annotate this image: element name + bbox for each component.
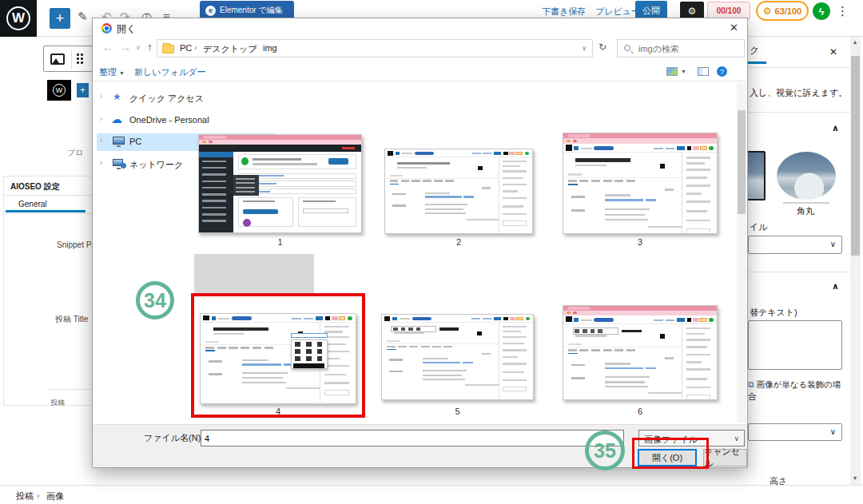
file-list-scrollbar[interactable] bbox=[737, 83, 746, 423]
forward-icon[interactable]: → bbox=[120, 41, 131, 54]
folder-icon bbox=[162, 45, 174, 54]
address-bar[interactable]: PC › デスクトップ › img ∨ bbox=[157, 39, 593, 58]
image-block-toolbar bbox=[43, 46, 93, 72]
tab-general[interactable]: General bbox=[18, 200, 47, 208]
address-chevron-icon[interactable]: ∨ bbox=[582, 45, 587, 52]
path-desktop[interactable]: デスクトップ bbox=[203, 43, 257, 55]
alt-help-text-2: 合 bbox=[748, 391, 757, 403]
filename-label: ファイル名(N): bbox=[144, 432, 203, 444]
gear-icon: ⚙ bbox=[688, 6, 697, 17]
default-style-select[interactable]: ∨ bbox=[748, 236, 842, 254]
snippet-preview-label: Snippet Pre bbox=[57, 240, 92, 249]
filetype-chevron-icon: ∨ bbox=[734, 435, 739, 442]
file-item-6[interactable] bbox=[563, 305, 718, 400]
file-thumbnail bbox=[384, 149, 533, 234]
dialog-close-icon[interactable]: ✕ bbox=[730, 22, 738, 34]
file-label-6: 6 bbox=[563, 407, 718, 416]
aioseo-settings-panel: AIOSEO 設定 General Snippet Pre 投稿 Title 投… bbox=[3, 176, 93, 406]
organize-menu[interactable]: 整理 ▼ bbox=[99, 66, 125, 78]
filename-input[interactable] bbox=[201, 430, 624, 446]
styles-section-chevron-icon[interactable]: ∧ bbox=[832, 123, 839, 133]
path-img[interactable]: img bbox=[263, 43, 277, 53]
expand-chevron-icon[interactable]: › bbox=[100, 92, 102, 101]
wordpress-logo-icon[interactable]: W bbox=[0, 0, 37, 37]
file-item-2[interactable] bbox=[384, 149, 533, 234]
dialog-titlebar[interactable]: 開く ✕ bbox=[93, 18, 747, 38]
search-box[interactable] bbox=[617, 39, 745, 58]
view-chevron-icon[interactable]: ▼ bbox=[681, 69, 686, 74]
file-thumbnail bbox=[563, 133, 718, 234]
tab-block-fragment[interactable]: ク bbox=[750, 44, 759, 58]
settings-section-chevron-icon[interactable]: ∧ bbox=[832, 281, 839, 292]
sidebar-close-icon[interactable]: ✕ bbox=[829, 46, 837, 58]
file-item-1[interactable] bbox=[198, 134, 362, 233]
style-rounded-preview[interactable] bbox=[777, 152, 836, 200]
scroll-down-icon[interactable]: ▼ bbox=[853, 475, 858, 481]
dialog-title: 開く bbox=[117, 22, 136, 36]
chrome-icon bbox=[101, 23, 112, 34]
options-kebab-icon[interactable]: ⋮ bbox=[837, 4, 849, 18]
search-icon bbox=[624, 45, 630, 51]
new-folder-button[interactable]: 新しいフォルダー bbox=[134, 66, 206, 78]
help-icon[interactable]: ? bbox=[717, 66, 727, 77]
view-thumbnails-icon[interactable] bbox=[666, 67, 678, 76]
file-thumbnail bbox=[563, 305, 718, 400]
style-select-label-fragment: イル bbox=[750, 221, 768, 233]
path-pc[interactable]: PC bbox=[180, 43, 192, 53]
block-inserter-button[interactable]: + bbox=[50, 8, 70, 29]
image-block-icon[interactable] bbox=[50, 54, 65, 65]
resolution-select[interactable]: ∨ bbox=[748, 423, 842, 441]
file-label-1: 1 bbox=[198, 237, 362, 247]
search-input[interactable] bbox=[637, 41, 741, 56]
aioseo-panel-title: AIOSEO 設定 bbox=[10, 181, 60, 192]
sidebar-item-onedrive[interactable]: › ☁ OneDrive - Personal bbox=[97, 112, 276, 129]
pc-monitor-icon bbox=[113, 137, 125, 145]
refresh-icon[interactable]: ↻ bbox=[599, 42, 606, 53]
cancel-button[interactable]: キャンセル bbox=[703, 449, 747, 466]
expand-chevron-icon[interactable]: › bbox=[100, 114, 102, 123]
post-title-label: 投稿 Title bbox=[55, 314, 92, 325]
content-screenshot-plus: + bbox=[77, 83, 89, 97]
headline-gear-icon: ⚙ bbox=[763, 6, 772, 17]
headline-score-badge[interactable]: ⚙63/100 bbox=[756, 1, 809, 21]
nav-history-chevron-icon[interactable]: ∨ bbox=[136, 44, 141, 51]
up-icon[interactable]: ↑ bbox=[147, 41, 153, 54]
expand-chevron-icon[interactable]: › bbox=[100, 136, 102, 145]
annotation-step-34: 34 bbox=[136, 281, 174, 319]
jetpack-boost-icon[interactable]: ϟ bbox=[813, 2, 830, 20]
file-label-3: 3 bbox=[563, 237, 718, 247]
file-list-scrollbar-thumb[interactable] bbox=[738, 110, 746, 214]
alt-text-label-fragment: 替テキスト) bbox=[750, 307, 797, 319]
annotation-step-35: 35 bbox=[585, 431, 625, 470]
edit-mode-icon[interactable]: ✎ bbox=[78, 10, 88, 24]
back-icon[interactable]: ← bbox=[102, 41, 113, 54]
file-label-5: 5 bbox=[381, 407, 534, 416]
file-item-3[interactable] bbox=[563, 133, 718, 234]
sidebar-item-quick-access[interactable]: › ★ クイック アクセス bbox=[97, 89, 276, 107]
screen: W + ✎ ↶ ↷ ◷ ≡ eElementor で編集 下書き保存 プレビュー… bbox=[0, 0, 863, 504]
breadcrumb-post[interactable]: 投稿 bbox=[16, 490, 34, 502]
expand-chevron-icon[interactable]: › bbox=[100, 158, 102, 167]
alt-text-textarea[interactable] bbox=[748, 320, 842, 370]
path-sep-icon: › bbox=[254, 43, 257, 52]
file-item-5[interactable] bbox=[381, 314, 534, 400]
page-scrollbar-thumb[interactable] bbox=[851, 56, 860, 256]
post-fragment-label: 投稿 bbox=[50, 398, 65, 408]
active-tab-underline bbox=[6, 210, 86, 212]
block-text-fragment: プロ bbox=[67, 147, 83, 158]
style-rounded-label: 角丸 bbox=[797, 205, 814, 217]
style-caption-line bbox=[783, 202, 829, 204]
annotation-rect-thumbnail-4 bbox=[191, 293, 365, 418]
page-scrollbar[interactable]: ▲ ▼ bbox=[850, 37, 861, 485]
breadcrumb-image: 画像 bbox=[46, 490, 64, 502]
external-link-icon[interactable]: ⧉ bbox=[748, 379, 756, 389]
content-screenshot-wp-logo: W bbox=[47, 80, 71, 101]
editor-footer: 投稿 › 画像 bbox=[0, 485, 863, 504]
preview-button[interactable]: プレビュー bbox=[595, 6, 640, 18]
file-item-loading-placeholder[interactable] bbox=[194, 254, 314, 294]
drag-handle-icon[interactable] bbox=[77, 54, 83, 64]
scroll-up-icon[interactable]: ▲ bbox=[853, 39, 858, 45]
sidebar-active-tab-underline bbox=[748, 62, 766, 64]
save-draft-button[interactable]: 下書き保存 bbox=[542, 6, 586, 18]
preview-pane-icon[interactable] bbox=[698, 67, 709, 76]
